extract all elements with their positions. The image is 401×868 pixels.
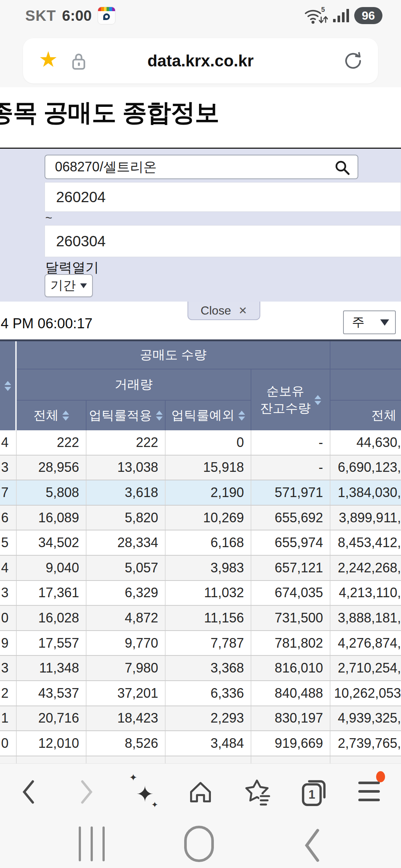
close-button[interactable]: Close ✕: [188, 302, 260, 320]
table-cell: 16,089: [17, 506, 87, 530]
table-row[interactable]: 120,71618,4232,293830,1974,939,325,: [0, 706, 401, 731]
table-cell: 222: [87, 430, 166, 455]
table-cell: 6,168: [166, 530, 251, 555]
control-strip: Close ✕ 4 PM 06:00:17 주: [0, 302, 401, 339]
table-cell: 2,710,254,: [330, 656, 401, 680]
home-icon[interactable]: [186, 778, 215, 806]
table-cell: 731,500: [251, 606, 330, 630]
table-cell: 4,872: [87, 606, 166, 630]
unit-dropdown[interactable]: 주: [343, 310, 396, 334]
table-row[interactable]: 42222220-44,630,: [0, 430, 401, 456]
header-total[interactable]: 전체: [17, 401, 87, 430]
table-cell: 15,918: [166, 456, 251, 480]
partial-row: [0, 756, 401, 764]
filter-panel: 068270/셀트리온 260204 ~ 260304 달력열기 기간: [0, 148, 401, 302]
table-cell: 12,010: [17, 731, 87, 756]
table-row[interactable]: 49,0405,0573,983657,1212,242,268,: [0, 556, 401, 581]
table-cell: 2,242,268,: [330, 556, 401, 580]
sort-icon[interactable]: [314, 395, 321, 405]
table-cell: 3,983: [166, 556, 251, 580]
stock-search-input[interactable]: 068270/셀트리온: [45, 155, 358, 179]
svg-text:5: 5: [321, 6, 325, 13]
bookmarks-star-icon[interactable]: [242, 777, 271, 806]
header-date-column[interactable]: [0, 341, 17, 430]
table-cell: 4,276,874,: [330, 631, 401, 655]
table-row[interactable]: 012,0108,5263,484919,6692,739,765,: [0, 731, 401, 756]
table-cell: 9,770: [87, 631, 166, 655]
header-uptick-exempt-label: 업틱룰예외: [172, 407, 235, 424]
table-row[interactable]: 243,53737,2016,336840,48810,262,053: [0, 681, 401, 706]
table-cell: 10,269: [166, 506, 251, 530]
chevron-down-icon: [80, 283, 87, 288]
table-cell: 571,971: [251, 480, 330, 505]
table-cell: 2,739,765,: [330, 731, 401, 756]
date-to-value: 260304: [45, 233, 105, 250]
header-net-balance[interactable]: 순보유 잔고수량: [251, 369, 330, 430]
search-icon[interactable]: [334, 159, 351, 176]
back-icon[interactable]: [17, 779, 41, 805]
table-cell: 0: [0, 606, 17, 630]
table-cell: 1,384,030,: [330, 480, 401, 505]
status-time: 6:00: [62, 7, 92, 24]
table-cell: 8,526: [87, 731, 166, 756]
forward-icon[interactable]: [74, 779, 98, 805]
url-field[interactable]: ★ data.krx.co.kr: [23, 38, 378, 83]
unit-dropdown-value: 주: [344, 314, 380, 331]
table-cell: 6,690,123,: [330, 456, 401, 480]
table-cell: 11,348: [17, 656, 87, 680]
table-cell: 6,336: [166, 681, 251, 706]
table-cell: 37,201: [87, 681, 166, 706]
table-cell: 10,262,053: [330, 681, 401, 706]
notification-app-icon: [98, 7, 115, 24]
table-cell: 7,787: [166, 631, 251, 655]
sort-icon[interactable]: [238, 411, 245, 421]
date-to-input[interactable]: 260304: [45, 225, 401, 257]
recents-button[interactable]: [79, 826, 105, 861]
table-row[interactable]: 616,0895,82010,269655,6923,899,911,: [0, 506, 401, 531]
period-dropdown[interactable]: 기간: [45, 274, 93, 297]
date-range-tilde: ~: [45, 211, 52, 225]
table-cell: 17,361: [17, 581, 87, 605]
table-row[interactable]: 75,8083,6182,190571,9711,384,030,: [0, 480, 401, 506]
menu-badge-dot: [376, 771, 385, 782]
table-cell: 11,032: [166, 581, 251, 605]
sort-icon[interactable]: [156, 411, 163, 421]
date-from-value: 260204: [45, 189, 105, 206]
table-cell: 781,802: [251, 631, 330, 655]
table-cell: 3,368: [166, 656, 251, 680]
refresh-icon[interactable]: [342, 50, 364, 72]
table-row[interactable]: 328,95613,03815,918-6,690,123,: [0, 456, 401, 481]
signal-icon: [333, 7, 349, 24]
table-cell: 1: [0, 706, 17, 731]
table-cell: 3: [0, 456, 17, 480]
header-group-volume: 거래량: [17, 369, 251, 401]
table-cell: 3: [0, 581, 17, 605]
table-row[interactable]: 917,5579,7707,787781,8024,276,874,: [0, 631, 401, 656]
header-group-right: [330, 341, 401, 369]
table-row[interactable]: 317,3616,32911,032674,0354,213,110,: [0, 581, 401, 606]
header-uptick-applied[interactable]: 업틱룰적용: [87, 401, 166, 430]
bookmark-star-icon[interactable]: ★: [39, 49, 58, 70]
tab-count: 1: [309, 788, 315, 801]
ai-sparkle-icon[interactable]: ✦✦✦: [129, 777, 159, 807]
table-cell: 34,502: [17, 530, 87, 555]
table-cell: 16,028: [17, 606, 87, 630]
chevron-down-icon: [380, 319, 389, 326]
sort-icon[interactable]: [62, 411, 69, 421]
header-right-total[interactable]: 전체: [330, 401, 401, 430]
close-label: Close: [200, 304, 231, 318]
table-row[interactable]: 016,0284,87211,156731,5003,888,181,: [0, 606, 401, 631]
table-row[interactable]: 311,3487,9803,368816,0102,710,254,: [0, 656, 401, 681]
android-back-button[interactable]: [301, 827, 322, 864]
table-row[interactable]: 534,50228,3346,168655,9748,453,412,: [0, 530, 401, 556]
header-uptick-exempt[interactable]: 업틱룰예외: [166, 401, 251, 430]
menu-icon[interactable]: [358, 781, 382, 803]
page-title: 종목 공매도 종합정보: [0, 96, 219, 129]
short-selling-table: 공매도 수량 거래량 순보유 잔고수량 전체 업틱룰적용 업틱룰예외: [0, 339, 401, 763]
date-from-input[interactable]: 260204: [45, 182, 401, 212]
tabs-icon[interactable]: 1: [300, 777, 328, 807]
table-cell: 830,197: [251, 706, 330, 731]
home-button[interactable]: [184, 826, 214, 862]
table-cell: -: [251, 456, 330, 480]
sort-icon[interactable]: [4, 381, 11, 391]
